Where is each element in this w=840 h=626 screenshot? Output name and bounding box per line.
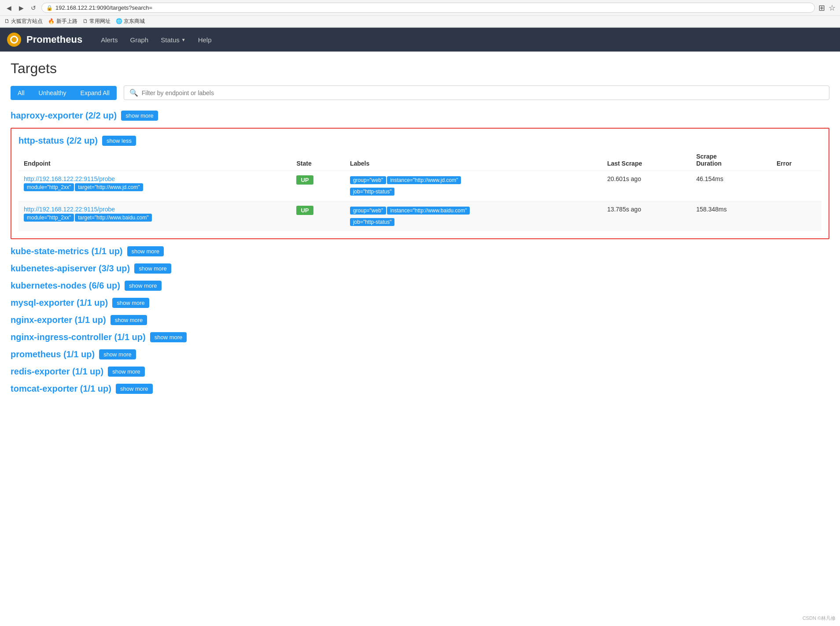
endpoint-tag: module="http_2xx"	[24, 214, 74, 222]
show-more-button-tomcat-exporter[interactable]: show more	[116, 384, 153, 394]
target-group-kube-state-metrics: kube-state-metrics (1/1 up)show more	[11, 246, 829, 256]
show-more-button-nginx-ingress-controller[interactable]: show more	[150, 332, 187, 342]
target-group-header-nginx-exporter: nginx-exporter (1/1 up)show more	[11, 315, 829, 325]
browser-toolbar: ◀ ▶ ↺ 🔒 192.168.122.21:9090/targets?sear…	[0, 0, 840, 16]
target-group-title-kubernetes-nodes[interactable]: kubernetes-nodes (6/6 up)	[11, 281, 120, 291]
search-icon: 🔍	[129, 89, 138, 97]
show-more-button-mysql-exporter[interactable]: show more	[112, 298, 149, 308]
target-group-kubernetes-nodes: kubernetes-nodes (6/6 up)show more	[11, 281, 829, 291]
state-cell: UP	[291, 201, 344, 232]
page-title: Targets	[11, 60, 829, 77]
labels-cell: group="web"instance="http://www.jd.com"j…	[345, 171, 602, 201]
table-header-endpoint: Endpoint	[18, 149, 291, 171]
labels-cell: group="web"instance="http://www.baidu.co…	[345, 201, 602, 232]
target-group-header-redis-exporter: redis-exporter (1/1 up)show more	[11, 367, 829, 377]
target-group-kubenetes-apiserver: kubenetes-apiserver (3/3 up)show more	[11, 263, 829, 274]
show-more-button-kubernetes-nodes[interactable]: show more	[125, 281, 162, 291]
logo-inner	[10, 36, 18, 44]
browser-chrome: ◀ ▶ ↺ 🔒 192.168.122.21:9090/targets?sear…	[0, 0, 840, 28]
label-tag: group="web"	[350, 207, 386, 215]
target-group-title-kube-state-metrics[interactable]: kube-state-metrics (1/1 up)	[11, 246, 123, 256]
show-more-button-nginx-exporter[interactable]: show more	[111, 315, 147, 325]
endpoint-link[interactable]: http://192.168.122.22:9115/probe	[24, 206, 286, 213]
target-group-title-tomcat-exporter[interactable]: tomcat-exporter (1/1 up)	[11, 384, 111, 394]
bookmark-newbie[interactable]: 🔥 新手上路	[48, 18, 77, 25]
forward-button[interactable]: ▶	[17, 4, 26, 12]
state-cell: UP	[291, 171, 344, 201]
target-group-prometheus: prometheus (1/1 up)show more	[11, 349, 829, 359]
all-filter-button[interactable]: All	[11, 86, 32, 100]
nav-brand: Prometheus	[26, 34, 82, 45]
nav-help[interactable]: Help	[193, 33, 217, 46]
target-group-nginx-ingress-controller: nginx-ingress-controller (1/1 up)show mo…	[11, 332, 829, 342]
target-group-title-haproxy-exporter[interactable]: haproxy-exporter (2/2 up)	[11, 111, 117, 121]
endpoint-cell: http://192.168.122.22:9115/probemodule="…	[18, 171, 291, 201]
scrape-duration-cell: 158.348ms	[691, 201, 771, 232]
target-group-title-nginx-ingress-controller[interactable]: nginx-ingress-controller (1/1 up)	[11, 332, 146, 342]
back-button[interactable]: ◀	[4, 4, 13, 12]
address-bar[interactable]: 🔒 192.168.122.21:9090/targets?search=	[41, 3, 815, 13]
nav-status[interactable]: Status ▼	[155, 33, 191, 46]
search-input[interactable]	[142, 89, 824, 96]
target-group-header-tomcat-exporter: tomcat-exporter (1/1 up)show more	[11, 384, 829, 394]
nav-graph[interactable]: Graph	[125, 33, 154, 46]
endpoint-tag: target="http://www.jd.com"	[75, 183, 143, 191]
target-group-header-haproxy-exporter: haproxy-exporter (2/2 up)show more	[11, 111, 829, 121]
show-more-button-redis-exporter[interactable]: show more	[108, 367, 145, 377]
target-group-header-http-status: http-status (2/2 up)show less	[18, 136, 822, 146]
bookmark-star-icon[interactable]: ☆	[829, 3, 836, 13]
browser-icons: ⊞ ☆	[818, 3, 836, 13]
target-group-nginx-exporter: nginx-exporter (1/1 up)show more	[11, 315, 829, 325]
expand-all-button[interactable]: Expand All	[74, 86, 117, 100]
target-group-title-mysql-exporter[interactable]: mysql-exporter (1/1 up)	[11, 298, 108, 308]
label-tag: instance="http://www.baidu.com"	[387, 207, 470, 215]
table-row: http://192.168.122.22:9115/probemodule="…	[18, 201, 822, 232]
filter-bar: All Unhealthy Expand All 🔍	[11, 85, 829, 100]
lock-icon: 🔒	[46, 5, 53, 11]
browser-bookmarks: 🗋 火狐官方站点 🔥 新手上路 🗋 常用网址 🌐 京东商城	[0, 16, 840, 27]
show-more-button-kube-state-metrics[interactable]: show more	[127, 246, 164, 256]
target-group-header-prometheus: prometheus (1/1 up)show more	[11, 349, 829, 359]
search-box: 🔍	[124, 85, 829, 100]
target-group-header-kube-state-metrics: kube-state-metrics (1/1 up)show more	[11, 246, 829, 256]
target-group-mysql-exporter: mysql-exporter (1/1 up)show more	[11, 298, 829, 308]
target-group-tomcat-exporter: tomcat-exporter (1/1 up)show more	[11, 384, 829, 394]
target-group-header-kubernetes-nodes: kubernetes-nodes (6/6 up)show more	[11, 281, 829, 291]
show-less-button-http-status[interactable]: show less	[102, 136, 136, 146]
last-scrape-cell: 20.601s ago	[602, 171, 691, 201]
address-text: 192.168.122.21:9090/targets?search=	[55, 4, 152, 11]
target-group-title-prometheus[interactable]: prometheus (1/1 up)	[11, 349, 95, 359]
target-group-title-http-status[interactable]: http-status (2/2 up)	[18, 136, 98, 146]
endpoint-link[interactable]: http://192.168.122.22:9115/probe	[24, 175, 286, 182]
table-header-error: Error	[771, 149, 822, 171]
last-scrape-cell: 13.785s ago	[602, 201, 691, 232]
target-group-redis-exporter: redis-exporter (1/1 up)show more	[11, 367, 829, 377]
error-cell	[771, 171, 822, 201]
error-cell	[771, 201, 822, 232]
target-group-title-kubenetes-apiserver[interactable]: kubenetes-apiserver (3/3 up)	[11, 263, 130, 274]
reload-button[interactable]: ↺	[29, 4, 38, 12]
state-badge: UP	[296, 175, 313, 185]
target-group-header-kubenetes-apiserver: kubenetes-apiserver (3/3 up)show more	[11, 263, 829, 274]
show-more-button-prometheus[interactable]: show more	[99, 349, 136, 359]
label-tag: group="web"	[350, 176, 386, 184]
endpoint-tag: module="http_2xx"	[24, 183, 74, 191]
prometheus-logo	[7, 33, 21, 47]
show-more-button-kubenetes-apiserver[interactable]: show more	[134, 263, 171, 274]
bookmark-firefox[interactable]: 🗋 火狐官方站点	[4, 18, 43, 25]
chevron-down-icon: ▼	[181, 37, 186, 42]
table-row: http://192.168.122.22:9115/probemodule="…	[18, 171, 822, 201]
unhealthy-filter-button[interactable]: Unhealthy	[32, 86, 74, 100]
bookmark-jd[interactable]: 🌐 京东商城	[116, 18, 145, 25]
show-more-button-haproxy-exporter[interactable]: show more	[121, 111, 158, 121]
label-tag: job="http-status"	[350, 218, 395, 226]
bookmark-common[interactable]: 🗋 常用网址	[83, 18, 111, 25]
target-group-title-nginx-exporter[interactable]: nginx-exporter (1/1 up)	[11, 315, 106, 325]
filter-buttons: All Unhealthy Expand All	[11, 86, 117, 100]
label-tag: instance="http://www.jd.com"	[387, 176, 461, 184]
table-header-last-scrape: Last Scrape	[602, 149, 691, 171]
target-group-haproxy-exporter: haproxy-exporter (2/2 up)show more	[11, 111, 829, 121]
nav-alerts[interactable]: Alerts	[96, 33, 123, 46]
extensions-icon[interactable]: ⊞	[818, 3, 825, 13]
target-group-title-redis-exporter[interactable]: redis-exporter (1/1 up)	[11, 367, 103, 377]
